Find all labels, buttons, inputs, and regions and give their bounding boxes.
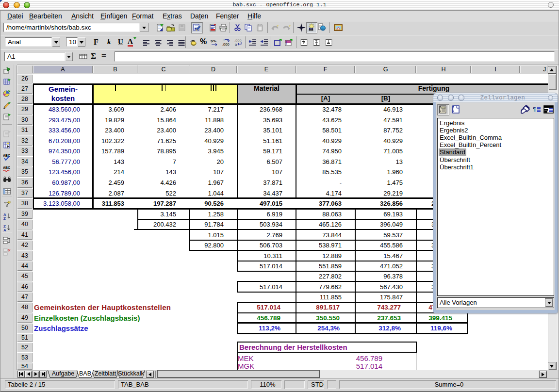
- svg-text:Z: Z: [3, 216, 6, 220]
- svg-text:¶: ¶: [533, 106, 536, 112]
- svg-text:$%: $%: [211, 39, 216, 43]
- svg-text:ABC: ABC: [3, 166, 10, 169]
- svg-text:A: A: [3, 228, 6, 232]
- svg-text:0: 0: [235, 43, 237, 47]
- svg-text:0: 0: [223, 38, 225, 42]
- svg-text:.000: .000: [222, 42, 230, 47]
